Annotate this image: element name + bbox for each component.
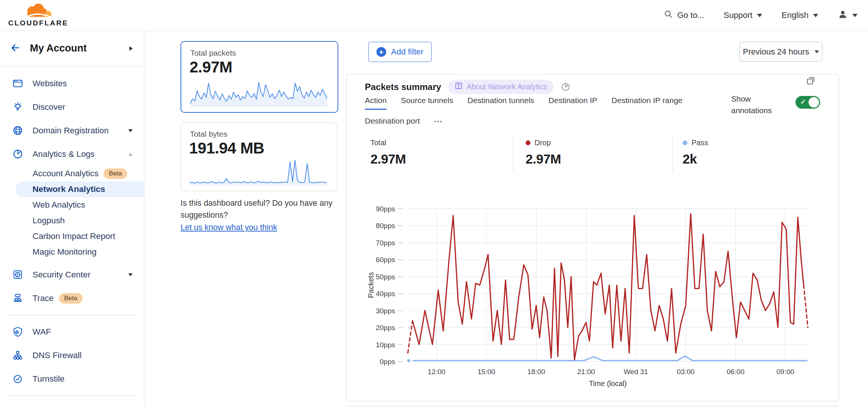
sidebar-item-security-center[interactable]: Security Center: [0, 263, 144, 286]
sidebar-item-dns-firewall[interactable]: DNS Firewall: [0, 344, 144, 367]
support-menu[interactable]: Support: [724, 10, 762, 20]
account-title: My Account: [30, 43, 87, 54]
card-title: Total packets: [190, 49, 338, 58]
svg-text:0pps: 0pps: [380, 358, 395, 366]
stat-total: Total2.97M: [370, 139, 406, 167]
goto-label: Go to...: [677, 10, 704, 20]
support-label: Support: [724, 10, 752, 20]
sidebar-item-waf[interactable]: WAF: [0, 320, 144, 344]
stat-value: 2.97M: [370, 152, 406, 167]
sidebar-item-label: Discover: [33, 102, 65, 112]
book-icon: [455, 82, 463, 92]
stat-label: Drop: [535, 139, 551, 147]
sidebar-item-carbon-impact-report[interactable]: Carbon Impact Report: [0, 229, 144, 244]
sidebar-item-network-analytics[interactable]: Network Analytics: [16, 181, 144, 197]
stat-divider: [672, 137, 673, 172]
stat-pass: Pass2k: [683, 139, 708, 167]
card-title: Total bytes: [190, 130, 337, 139]
globe-icon: [13, 125, 23, 136]
about-network-analytics-badge[interactable]: About Network Analytics: [449, 80, 553, 94]
tab-destination-ip[interactable]: Destination IP: [548, 96, 597, 110]
tab-action[interactable]: Action: [365, 96, 387, 110]
sidebar-item-label: Trace: [33, 293, 54, 303]
sidebar-item-turnstile[interactable]: Turnstile: [0, 367, 144, 391]
goto-search[interactable]: Go to...: [664, 10, 704, 21]
sidebar-divider: [5, 315, 136, 316]
sidebar-item-trace[interactable]: TraceBeta: [0, 286, 144, 310]
packets-summary-panel: 0pps10pps20pps30pps40pps50pps60pps70pps8…: [346, 74, 839, 401]
language-menu[interactable]: English: [782, 10, 818, 20]
plus-icon: +: [376, 47, 386, 57]
legend-dot-drop: [526, 140, 530, 145]
hierarchy-icon: [13, 350, 23, 360]
account-menu[interactable]: [838, 9, 858, 22]
svg-text:50pps: 50pps: [376, 273, 395, 281]
tab-destination-ip-range[interactable]: Destination IP range: [612, 96, 683, 110]
sidebar-item-label: Web Analytics: [33, 200, 85, 210]
pie-chart-icon[interactable]: [561, 82, 570, 92]
sidebar-item-domain-registration[interactable]: Domain Registration: [0, 119, 144, 142]
sidebar-item-label: Account Analytics: [33, 169, 98, 178]
legend-dot-pass: [683, 140, 687, 145]
sidebar-item-label: Domain Registration: [33, 126, 109, 136]
svg-text:Packets: Packets: [367, 272, 375, 298]
sidebar-item-discover[interactable]: Discover: [0, 95, 144, 119]
tab-source-tunnels[interactable]: Source tunnels: [401, 96, 453, 110]
sidebar-item-item[interactable]: [0, 399, 144, 407]
stat-value: 2.97M: [526, 152, 561, 167]
show-annotations-label: Show annotations: [731, 93, 791, 116]
vault-icon: [13, 270, 23, 280]
feedback-question: Is this dashboard useful? Do you have an…: [181, 199, 332, 220]
user-avatar-icon: [838, 9, 848, 22]
tab-destination-tunnels[interactable]: Destination tunnels: [467, 96, 534, 110]
popout-icon[interactable]: [806, 76, 816, 86]
trace-icon: [13, 293, 23, 303]
sidebar-item-account-analytics[interactable]: Account AnalyticsBeta: [0, 166, 144, 181]
chevron-down-icon: [852, 14, 858, 17]
feedback-link[interactable]: Let us know what you think: [181, 221, 277, 233]
cloudflare-logo[interactable]: CLOUDFLARE: [8, 3, 68, 27]
chevron-down-icon: [128, 129, 133, 132]
clock-check-icon: [13, 374, 23, 384]
sidebar-item-label: Analytics & Logs: [33, 149, 95, 159]
tabs-more-button[interactable]: ...: [434, 115, 443, 130]
sidebar-item-label: Turnstile: [33, 374, 64, 384]
sidebar-item-websites[interactable]: Websites: [0, 72, 144, 95]
sidebar-item-label: Carbon Impact Report: [33, 232, 115, 241]
language-label: English: [782, 10, 809, 20]
total-bytes-card[interactable]: Total bytes 191.94 MB: [181, 122, 338, 191]
time-range-dropdown[interactable]: Previous 24 hours: [739, 42, 822, 62]
top-header: CLOUDFLARE Go to... Support English: [0, 0, 868, 31]
panel-header: Packets summary About Network Analytics: [365, 80, 570, 94]
sidebar-item-web-analytics[interactable]: Web Analytics: [0, 197, 144, 213]
sidebar-item-logpush[interactable]: Logpush: [0, 213, 144, 229]
show-annotations-toggle[interactable]: ✓: [795, 96, 820, 109]
about-badge-label: About Network Analytics: [467, 83, 547, 91]
chevron-down-icon: [128, 273, 133, 276]
svg-text:20pps: 20pps: [376, 324, 395, 332]
toggle-knob: [809, 97, 819, 108]
browser-icon: [13, 78, 23, 88]
bulb-icon: [13, 102, 23, 112]
sidebar-item-magic-monitoring[interactable]: Magic Monitoring: [0, 244, 144, 260]
svg-text:Time (local): Time (local): [589, 379, 627, 388]
sidebar-item-analytics-logs[interactable]: Analytics & Logs: [0, 142, 144, 166]
sidebar-nav: WebsitesDiscoverDomain RegistrationAnaly…: [0, 66, 144, 407]
svg-text:15:00: 15:00: [477, 368, 495, 376]
add-filter-button[interactable]: + Add filter: [368, 42, 432, 62]
svg-text:12:00: 12:00: [428, 368, 446, 376]
account-header[interactable]: My Account: [0, 31, 144, 66]
tab-destination-port[interactable]: Destination port: [365, 116, 420, 130]
check-icon: ✓: [800, 98, 806, 106]
sidebar: My Account WebsitesDiscoverDomain Regist…: [0, 31, 144, 407]
stats-row: Total2.97MDrop2.97MPass2k: [347, 137, 839, 174]
svg-text:18:00: 18:00: [527, 368, 545, 376]
stat-label: Total: [370, 139, 386, 147]
svg-text:40pps: 40pps: [376, 290, 395, 298]
back-arrow-icon[interactable]: [10, 42, 21, 55]
total-bytes-sparkline: [189, 156, 327, 187]
beta-badge: Beta: [59, 293, 83, 304]
total-packets-card[interactable]: Total packets 2.97M: [181, 41, 338, 113]
svg-text:30pps: 30pps: [376, 307, 395, 315]
sidebar-item-label: Security Center: [33, 270, 90, 280]
